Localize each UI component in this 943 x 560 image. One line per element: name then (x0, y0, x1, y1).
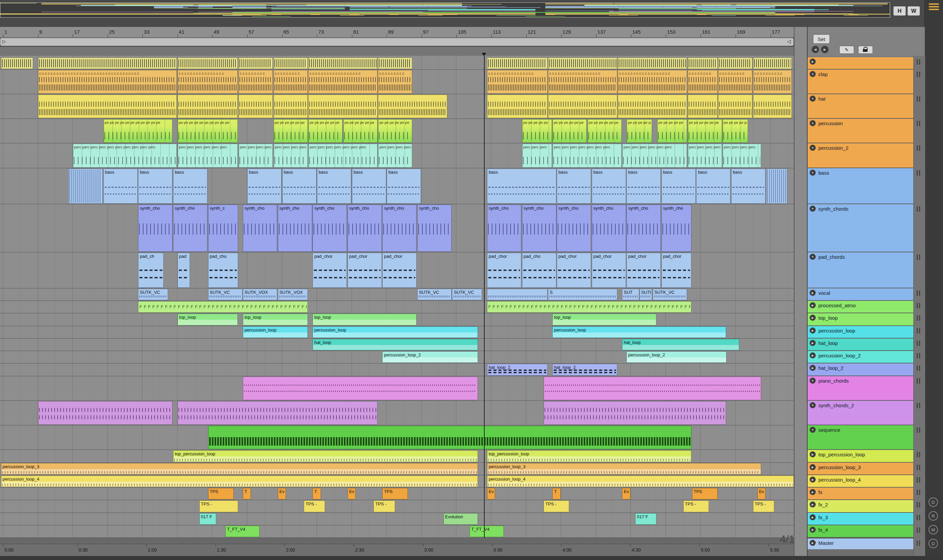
clip-percussion_loop_4[interactable]: percussion_loop_4 (1, 475, 478, 487)
fold-arrow-icon[interactable]: ▶ (810, 340, 816, 346)
clip-fx_4[interactable]: T_FT_V4 (225, 526, 260, 537)
clip-bass[interactable]: bass (247, 169, 282, 204)
track-header-percussion_loop_3[interactable]: ▶percussion_loop_3 (808, 463, 914, 475)
fold-arrow-icon[interactable]: ▶ (810, 352, 816, 358)
clip-clap[interactable]: c c c c c c c c c c c c c c c c c c c c … (38, 70, 177, 94)
arrangement-area[interactable]: c c c c c c c c c c c c c c c c c c c c … (0, 56, 794, 538)
clip-track-1[interactable] (378, 58, 412, 69)
clip-synth_chords[interactable]: synth_cho (487, 205, 521, 252)
clip-synth_chords_2[interactable] (543, 401, 726, 425)
clip-vocal[interactable]: SUT (622, 289, 639, 300)
clip-track-1[interactable] (238, 58, 273, 69)
side-indicator-d-icon[interactable]: D (929, 539, 938, 548)
clip-fx_2[interactable]: TPS - (199, 500, 238, 512)
clip-vocal[interactable]: S (548, 289, 617, 300)
fold-arrow-icon[interactable]: ▶ (810, 365, 816, 371)
clip-synth_chords[interactable]: synth_cho (173, 205, 207, 252)
clip-bass[interactable]: bass (352, 169, 386, 204)
clip-percussion_2[interactable]: perc perc perc perc perc perc (622, 144, 687, 168)
clip-bass[interactable]: bass (487, 169, 556, 204)
clip-pad_chords[interactable]: pad_cho (208, 253, 238, 288)
track-header-hat_loop_2[interactable]: ▶hat_loop_2 (808, 363, 914, 376)
clip-synth_chords[interactable]: synth_cho (382, 205, 417, 252)
forward-arrow-button[interactable]: ▶ (821, 46, 829, 53)
clip-top_loop[interactable]: top_loop (177, 314, 238, 325)
clip-fx_3[interactable]: Evolution (443, 513, 478, 525)
clip-percussion_2[interactable]: perc perc perc perc (722, 144, 761, 168)
track-header-fx[interactable]: ▶fx (808, 488, 914, 500)
draw-mode-button[interactable]: ✎ (839, 46, 854, 54)
clip-bass[interactable]: bass (592, 169, 626, 204)
track-header-percussion[interactable]: ▼percussion (808, 119, 914, 143)
track-header-top_percussion_loop[interactable]: ▶top_percussion_loop (808, 450, 914, 462)
clip-top_percussion_loop[interactable]: top_percussion_loop (487, 450, 691, 462)
clip-vocal[interactable]: SUTK_VC (138, 289, 168, 300)
clip-hat_loop_2[interactable]: hat_loop_2 (553, 364, 617, 375)
track-header-fx_4[interactable]: ▶fx_4 (808, 525, 914, 537)
fold-arrow-icon[interactable]: ▼ (810, 145, 816, 151)
clip-percussion_loop_2[interactable]: percussion_loop_2 (627, 351, 726, 363)
clip-hat[interactable] (688, 95, 718, 118)
clip-clap[interactable]: c c c c c c c c c c c c c c c c c c (548, 70, 617, 94)
lane-fx_3[interactable] (0, 513, 794, 525)
fold-arrow-icon[interactable]: ▼ (810, 427, 816, 433)
clip-fx_4[interactable]: T_FT_V4 (469, 526, 504, 537)
clip-percussion[interactable]: pe pe pe pe pe pe pe pe pe pe (177, 119, 238, 143)
fold-arrow-icon[interactable]: ▼ (810, 402, 816, 408)
clip-percussion[interactable]: pe pe pe pe pe (657, 119, 687, 143)
clip-track-1[interactable] (753, 58, 792, 69)
clip-bass[interactable]: bass (731, 169, 766, 204)
clip-pad_chords[interactable]: pad_ch (138, 253, 164, 288)
clip-synth_chords[interactable]: synth_c (208, 205, 238, 252)
clip-percussion_loop_4[interactable]: percussion_loop_4 (487, 475, 794, 487)
track-header-track-1[interactable]: ▶ (808, 57, 914, 69)
clip-fx_2[interactable]: TPS - (304, 500, 325, 512)
fold-arrow-icon[interactable]: ▶ (810, 540, 816, 546)
clip-vocal[interactable]: SUTK_VC (653, 289, 687, 300)
lane-fx_2[interactable] (0, 500, 794, 513)
clip-synth_chords_2[interactable] (38, 401, 173, 425)
clip-hat[interactable] (487, 95, 548, 118)
clip-hat[interactable] (548, 95, 617, 118)
clip-percussion_2[interactable]: perc perc perc perc perc perc perc perc … (73, 144, 177, 168)
clip-synth_chords[interactable]: synth_cho (522, 205, 556, 252)
clip-fx_2[interactable]: TPS - (753, 500, 774, 512)
clip-hat[interactable] (238, 95, 273, 118)
clip-track-1[interactable] (548, 58, 617, 69)
clip-percussion_2[interactable]: perc perc perc perc perc perc perc (308, 144, 378, 168)
track-header-synth_chords_2[interactable]: ▼synth_chords_2 (808, 401, 914, 425)
clip-clap[interactable]: c c c c c c c c c c (753, 70, 792, 94)
scroll-left-icon[interactable]: ▷ (2, 39, 6, 44)
lane-fx_4[interactable] (0, 525, 794, 538)
fold-arrow-icon[interactable]: ▶ (810, 527, 816, 533)
track-header-vocal[interactable]: ▶vocal (808, 288, 914, 300)
track-header-percussion_loop_2[interactable]: ▶percussion_loop_2 (808, 351, 914, 363)
clip-hat[interactable] (308, 95, 378, 118)
clip-vocal[interactable]: SUTK_VC (417, 289, 452, 300)
clip-pad_chords[interactable]: pad_chor (347, 253, 382, 288)
clip-percussion[interactable]: pe pe pe pe pe pe (553, 119, 586, 143)
clip-synth_chords[interactable]: synth_cho (278, 205, 312, 252)
clip-fx[interactable]: Ev (347, 488, 356, 499)
clip-fx_2[interactable]: TPS - (373, 500, 395, 512)
lane-hat_loop_2[interactable] (0, 363, 794, 376)
side-indicator-d-icon[interactable]: D (929, 497, 938, 507)
clip-clap[interactable]: c c c c c c c c c c c c c c c c c c (308, 70, 378, 94)
fold-arrow-icon[interactable]: ▶ (810, 502, 816, 508)
clip-pad_chords[interactable]: pad_cho (522, 253, 556, 288)
clip-percussion_loop[interactable]: percussion_loop (553, 326, 726, 338)
fit-height-button[interactable]: H (893, 6, 906, 16)
clip-synth_chords[interactable]: synth_cho (557, 205, 591, 252)
clip-fx[interactable]: TPS (692, 488, 718, 499)
clip-clap[interactable]: c c c c c c c c c c c c c c c c (177, 70, 238, 94)
clip-pad_chords[interactable]: pad_chor (661, 253, 691, 288)
clip-percussion_loop[interactable]: percussion_loop (313, 326, 478, 338)
track-header-synth_chords[interactable]: ▼synth_chords (808, 204, 914, 252)
track-header-clap[interactable]: ▼clap (808, 70, 914, 94)
clip-bass[interactable]: bass (557, 169, 591, 204)
clip-percussion[interactable]: pe pe pe pe pe pe (343, 119, 378, 143)
clip-percussion[interactable]: pe pe pe pe pe pe (308, 119, 343, 143)
clip-processed_atmo[interactable]: F F F F F F F F F F F F F F F F F F F F … (138, 301, 307, 313)
clip-pad_chords[interactable]: pad_chor (592, 253, 626, 288)
fold-arrow-icon[interactable]: ▼ (810, 206, 816, 212)
